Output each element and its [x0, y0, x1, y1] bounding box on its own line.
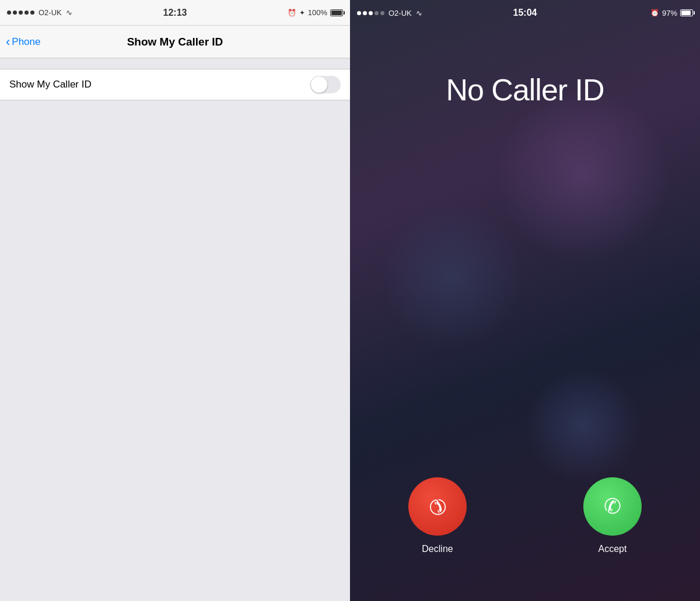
accept-button[interactable]: ✆: [583, 477, 642, 536]
battery-body-left: [330, 9, 343, 16]
decline-phone-icon: ✆: [423, 492, 453, 522]
status-bar-right: O2-UK ∿ 15:04 ⏰ 97%: [350, 0, 700, 26]
battery-icon-right: [680, 9, 693, 16]
call-buttons-area: ✆ Decline ✆ Accept: [350, 477, 700, 554]
signal-area-right: O2-UK ∿: [357, 9, 422, 18]
signal-dot-r5: [380, 11, 384, 15]
nav-bar-left: ‹ Phone Show My Caller ID: [0, 26, 350, 58]
battery-icon-left: [330, 9, 343, 16]
decline-label: Decline: [422, 544, 453, 554]
back-chevron-icon: ‹: [6, 36, 10, 48]
signal-dot-1: [7, 11, 11, 15]
alarm-icon-left: ⏰: [288, 9, 296, 17]
glow-spot-1: [496, 88, 671, 263]
wifi-icon-right: ∿: [416, 9, 422, 18]
battery-fill-right: [681, 11, 691, 15]
left-screen: O2-UK ∿ 12:13 ⏰ ✦ 100% ‹ Phone Show My C…: [0, 0, 350, 601]
battery-fill-left: [331, 11, 342, 15]
back-button[interactable]: ‹ Phone: [6, 36, 41, 48]
alarm-icon-right: ⏰: [650, 9, 659, 17]
status-right-left: ⏰ ✦ 100%: [288, 8, 343, 17]
signal-dot-4: [24, 11, 29, 15]
signal-dot-r4: [374, 11, 379, 15]
right-screen: O2-UK ∿ 15:04 ⏰ 97% No Caller ID ✆ Decli…: [350, 0, 700, 601]
decline-container: ✆ Decline: [408, 477, 467, 554]
signal-dot-r3: [369, 11, 373, 15]
signal-dot-r1: [357, 11, 361, 15]
decline-button[interactable]: ✆: [408, 477, 467, 536]
time-left: 12:13: [163, 8, 187, 18]
caller-id-row: Show My Caller ID: [0, 69, 350, 100]
settings-section: Show My Caller ID: [0, 69, 350, 100]
accept-container: ✆ Accept: [583, 477, 642, 554]
signal-dot-5: [30, 11, 34, 15]
time-right: 15:04: [513, 8, 537, 18]
signal-dot-r2: [363, 11, 367, 15]
bluetooth-icon-left: ✦: [299, 9, 305, 17]
glow-spot-3: [525, 368, 642, 484]
page-title: Show My Caller ID: [127, 36, 223, 48]
no-caller-id-text: No Caller ID: [350, 72, 700, 107]
signal-dot-3: [19, 11, 23, 15]
carrier-left: O2-UK: [38, 8, 62, 17]
battery-percent-left: 100%: [308, 8, 327, 17]
status-right-right: ⏰ 97%: [650, 9, 693, 18]
caller-id-label: Show My Caller ID: [9, 79, 92, 90]
back-label: Phone: [12, 36, 40, 48]
caller-id-toggle[interactable]: [310, 76, 341, 93]
battery-percent-right: 97%: [662, 9, 677, 18]
toggle-knob: [311, 76, 327, 93]
status-bar-left: O2-UK ∿ 12:13 ⏰ ✦ 100%: [0, 0, 350, 26]
wifi-icon-left: ∿: [66, 8, 72, 17]
accept-label: Accept: [598, 544, 627, 554]
signal-dot-2: [13, 11, 17, 15]
signal-area-left: O2-UK ∿: [7, 8, 72, 17]
content-area-left: [0, 100, 350, 601]
accept-phone-icon: ✆: [604, 494, 621, 519]
settings-gap: [0, 58, 350, 69]
battery-body-right: [680, 9, 693, 16]
glow-spot-2: [379, 204, 525, 350]
carrier-right: O2-UK: [388, 9, 412, 18]
